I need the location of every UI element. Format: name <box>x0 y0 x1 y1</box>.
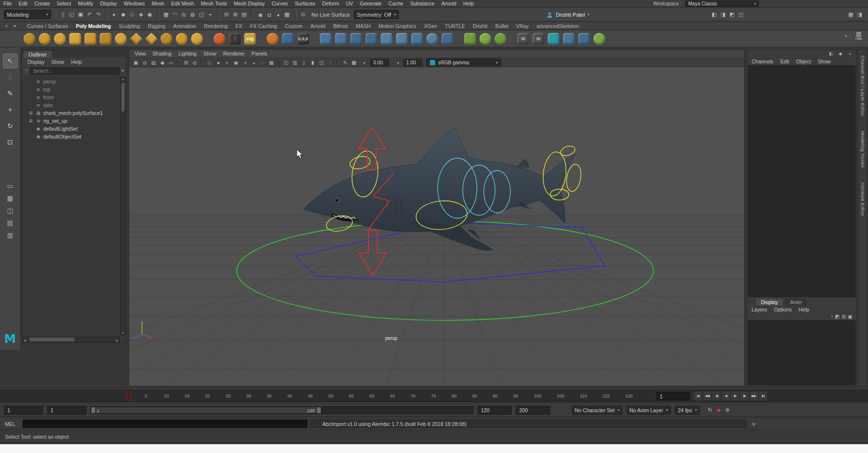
show-manipulators-icon[interactable]: ◧ <box>828 50 835 57</box>
outliner-menu-item[interactable]: Help <box>68 59 85 65</box>
shelf-tab[interactable]: FX Caching <box>246 22 281 30</box>
image-plane-icon[interactable]: ▭ <box>167 58 175 66</box>
current-time-marker[interactable] <box>127 392 131 400</box>
wireframe-icon[interactable]: ◇ <box>205 58 214 66</box>
viewport-menu-item[interactable]: Shading <box>149 51 175 57</box>
shelf-spacer[interactable] <box>509 32 515 46</box>
construction-history-icon[interactable]: ▤ <box>240 10 249 19</box>
shelf-tab[interactable]: advancedSkeleton <box>532 22 583 30</box>
menu-item[interactable]: Arnold <box>438 0 460 7</box>
modeling-toolkit-toggle-icon[interactable]: ◧ <box>710 10 719 19</box>
sidebar-tab[interactable]: Modeling Toolkit <box>860 131 866 168</box>
no-live-surface-label[interactable]: No Live Surface <box>308 12 354 18</box>
mash-network-icon[interactable]: M <box>516 32 530 46</box>
scroll-down-icon[interactable]: ▼ <box>121 332 125 335</box>
shelf-tab[interactable]: Arnold <box>307 22 329 30</box>
layer-editor-tab[interactable]: Anim <box>785 299 807 306</box>
layer-editor-menu-item[interactable]: Options <box>771 307 795 312</box>
outliner-tree[interactable]: ⊞ ◘ ▧ ⊕ ◉ persp ⊞ ◘ ▧ ⊕ ◉ top <box>22 76 126 342</box>
layer-playback-icon[interactable]: ◩ <box>835 314 840 319</box>
textured-icon[interactable]: ◐ <box>223 58 231 66</box>
channel-box-toggle-icon[interactable]: ◫ <box>736 10 745 19</box>
single-pane-layout[interactable]: ▭ <box>4 181 16 191</box>
poly-pyramid-icon[interactable] <box>144 32 158 46</box>
range-slider-active[interactable]: 1 120 <box>91 407 321 413</box>
bookmark-icon[interactable]: ◆ <box>158 58 167 66</box>
select-mask-icon[interactable]: ◈ <box>137 10 145 19</box>
shelf-tab[interactable]: Animation <box>169 22 200 30</box>
menu-item[interactable]: Windows <box>120 0 148 7</box>
step-back-frame-button[interactable]: ◀◀ <box>703 392 711 400</box>
exposure-field[interactable]: 0.00 <box>370 59 389 66</box>
render-settings-icon[interactable]: ▩ <box>282 10 291 19</box>
expand-icon[interactable]: ⊞ <box>28 111 33 116</box>
motion-blur-icon[interactable]: ◌ <box>258 58 267 66</box>
anti-aliasing-icon[interactable]: ▦ <box>267 58 276 66</box>
channel-box-menu-item[interactable]: Object <box>792 58 814 64</box>
viewport-menu-item[interactable]: Show <box>200 51 220 57</box>
outliner-item[interactable]: ⊞ ◘ ▧ ⊕ ◉ defaultLightSet <box>22 125 126 133</box>
absolute-coords-icon[interactable]: 0,0,0 <box>296 32 310 46</box>
shaded-icon[interactable]: ● <box>214 58 223 66</box>
sidebar-toggle-icon[interactable]: ◨ <box>855 10 864 19</box>
shelf-tab[interactable]: Custom <box>281 22 307 30</box>
viewport-canvas[interactable]: persp <box>129 67 744 386</box>
output-connections-icon[interactable]: ⊞ <box>231 10 240 19</box>
poly-sphere-icon[interactable] <box>53 32 67 46</box>
smooth-icon[interactable] <box>425 32 439 46</box>
set-key-icon[interactable]: ◆ <box>837 50 844 57</box>
multi-cut-icon[interactable] <box>281 32 295 46</box>
layer-editor-tab[interactable]: Display <box>756 299 783 306</box>
symmetry-selector[interactable]: Symmetry: Off ▾ <box>354 10 399 19</box>
user-account[interactable]: Drishti Patel ▾ <box>546 11 589 18</box>
xgen-icon[interactable] <box>592 32 606 46</box>
outliner-item[interactable]: ⊞ ◘ ▧ ⊕ ◉ side <box>22 101 126 109</box>
menu-item[interactable]: Display <box>97 0 120 7</box>
use-all-lights-icon[interactable]: ◉ <box>232 58 240 66</box>
outliner-item[interactable]: ⊞ ◘ ▧ ⊕ ◉ defaultObjectSet <box>22 133 126 141</box>
sculpt-object-icon[interactable] <box>213 32 226 46</box>
hypershade-layout[interactable]: ▥ <box>4 230 16 240</box>
channel-box-menu-item[interactable]: Channels <box>748 58 777 64</box>
camera-attributes-icon[interactable]: ▤ <box>149 58 158 66</box>
scroll-up-icon[interactable]: ▲ <box>121 78 125 81</box>
outliner-item[interactable]: ⊞ ◘ ▧ ⊕ ◉ persp <box>22 78 126 85</box>
outliner-menu-item[interactable]: Display <box>24 59 48 65</box>
range-slider[interactable]: 1 120 <box>90 406 474 414</box>
make-live-icon[interactable]: ◓ <box>206 10 215 19</box>
redo-icon[interactable]: ↷ <box>94 10 103 19</box>
shelf-spacer[interactable] <box>311 32 317 46</box>
quad-draw-icon[interactable] <box>463 32 477 46</box>
channel-box-list[interactable] <box>748 65 856 297</box>
curve-tool-icon[interactable] <box>547 32 560 46</box>
menu-item[interactable]: Mesh <box>148 0 168 7</box>
separator[interactable] <box>336 59 339 66</box>
step-forward-key-button[interactable]: |▶ <box>740 392 749 400</box>
animation-start-field[interactable]: 1 <box>4 406 43 415</box>
shelf-tab[interactable]: Sculpting <box>115 22 144 30</box>
play-backwards-button[interactable]: ◀ <box>722 392 730 400</box>
extrude-icon[interactable] <box>380 32 393 46</box>
menu-item[interactable]: Mesh Display <box>230 0 268 7</box>
safe-title-icon[interactable]: ▫ <box>326 58 335 66</box>
shelf-spacer[interactable] <box>258 32 264 46</box>
layer-editor-menu-item[interactable]: Help <box>795 307 813 312</box>
menu-set-selector[interactable]: Modeling ▾ <box>4 10 51 19</box>
outliner-vertical-scrollbar[interactable]: ▲ ▼ <box>120 77 126 336</box>
snap-to-grid-icon[interactable]: ▩ <box>350 58 358 66</box>
range-end-handle[interactable] <box>317 407 321 413</box>
viewport-menu-item[interactable]: View <box>131 51 149 57</box>
shelf-tab[interactable]: TURTLE <box>441 22 469 30</box>
character-set-selector[interactable]: No Character Set ▾ <box>572 406 622 415</box>
menu-item[interactable]: Deform <box>319 0 342 7</box>
type-tool-icon[interactable]: T <box>228 32 242 46</box>
menu-item[interactable]: Curves <box>268 0 291 7</box>
poly-cylinder-icon[interactable] <box>84 32 97 46</box>
sidebar-tab[interactable]: Channel Box / Layer Editor <box>860 56 866 116</box>
ambient-occlusion-icon[interactable]: ◒ <box>250 58 258 66</box>
save-scene-icon[interactable]: ▣ <box>76 10 85 19</box>
go-to-start-button[interactable]: |◀ <box>694 392 702 400</box>
go-to-end-button[interactable]: ▶| <box>759 392 767 400</box>
new-empty-layer-icon[interactable]: ⊞ <box>841 314 845 319</box>
scrollbar-thumb[interactable] <box>121 83 125 112</box>
